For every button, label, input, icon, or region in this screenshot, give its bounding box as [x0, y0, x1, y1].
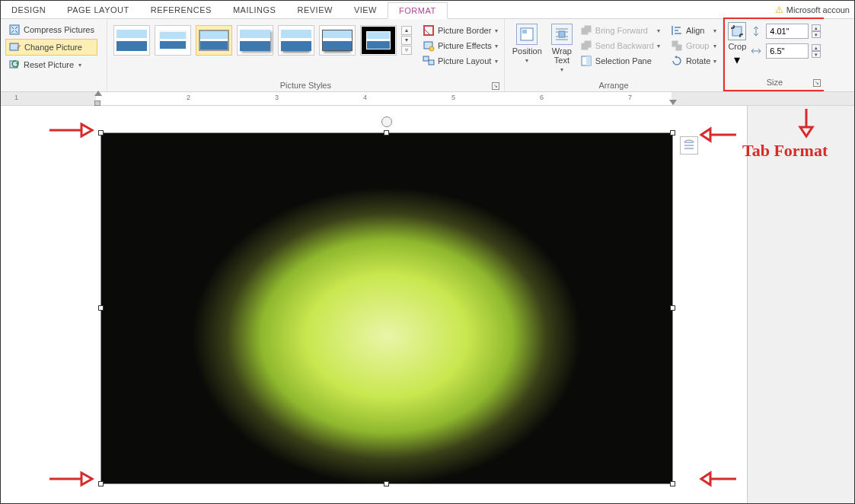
wrap-text-icon [551, 24, 573, 45]
gallery-up-button[interactable]: ▴ [401, 26, 412, 35]
horizontal-ruler[interactable]: 1 2 3 4 5 6 7 [1, 92, 854, 106]
group-label-size: Size [767, 78, 783, 87]
style-thumb-4[interactable] [237, 25, 273, 56]
resize-handle-ml[interactable] [98, 305, 104, 311]
document-area: Tab Format [1, 106, 854, 503]
selection-pane-icon [580, 55, 592, 67]
svg-rect-16 [586, 56, 591, 65]
dropdown-icon: ▾ [525, 57, 528, 64]
svg-rect-0 [10, 25, 19, 34]
crop-icon [728, 22, 746, 40]
rotate-handle[interactable] [381, 116, 392, 127]
group-icon [671, 40, 683, 52]
svg-rect-9 [522, 30, 527, 33]
dropdown-icon: ▾ [78, 62, 81, 69]
width-input[interactable] [766, 43, 809, 59]
group-button[interactable]: Group▾ [669, 39, 718, 53]
dropdown-icon: ▾ [560, 66, 563, 73]
reset-picture-button[interactable]: Reset Picture ▾ [5, 57, 97, 72]
svg-rect-12 [585, 26, 591, 32]
indent-top-marker[interactable] [94, 91, 102, 96]
bring-forward-button[interactable]: Bring Forward▾ [579, 24, 662, 37]
dropdown-icon: ▾ [495, 27, 498, 34]
group-size: Crop ▾ ▴▾ ▴▾ Size↘ [723, 18, 824, 91]
height-field-row: ▴▾ [749, 24, 821, 39]
send-backward-button[interactable]: Send Backward▾ [579, 39, 662, 53]
ribbon: Compress Pictures Change Picture Reset P… [1, 19, 854, 92]
tab-mailings[interactable]: MAILINGS [222, 2, 287, 18]
picture-styles-gallery: ▴ ▾ ▿ [112, 22, 413, 59]
layout-options-button[interactable] [680, 136, 698, 155]
style-thumb-1[interactable] [113, 25, 150, 56]
size-launcher[interactable]: ↘ [813, 79, 821, 87]
tab-view[interactable]: VIEW [343, 2, 388, 18]
change-picture-button[interactable]: Change Picture [5, 39, 97, 56]
svg-rect-18 [676, 45, 681, 50]
picture-layout-button[interactable]: Picture Layout ▾ [421, 54, 499, 68]
height-input[interactable] [766, 24, 809, 39]
group-adjust: Compress Pictures Change Picture Reset P… [1, 19, 107, 91]
position-button[interactable]: Position ▾ [509, 22, 545, 65]
resize-handle-mr[interactable] [670, 305, 675, 311]
resize-handle-bm[interactable] [384, 481, 389, 486]
dropdown-icon: ▾ [734, 53, 740, 67]
crop-button[interactable]: Crop ▾ [728, 22, 746, 67]
send-backward-icon [580, 40, 592, 52]
resize-handle-tm[interactable] [384, 130, 389, 136]
svg-rect-7 [429, 60, 434, 65]
account-label: Microsoft accoun [786, 5, 850, 14]
group-picture-styles: ▴ ▾ ▿ Picture Border ▾ Picture Effects ▾ [107, 19, 505, 91]
width-field-row: ▴▾ [749, 43, 821, 59]
tab-design[interactable]: DESIGN [1, 2, 56, 18]
selected-picture[interactable] [100, 132, 673, 484]
rotate-icon [671, 55, 683, 67]
wrap-text-button[interactable]: Wrap Text ▾ [548, 22, 576, 75]
rotate-button[interactable]: Rotate▾ [669, 54, 718, 68]
resize-handle-bl[interactable] [98, 481, 104, 486]
annotation-label: Tab Format [742, 141, 828, 161]
height-icon [749, 24, 763, 38]
picture-styles-launcher[interactable]: ↘ [492, 82, 499, 90]
tab-format[interactable]: FORMAT [388, 2, 448, 19]
style-thumb-6[interactable] [319, 25, 356, 56]
bring-forward-icon [580, 24, 592, 37]
group-label-picture-styles: Picture Styles [280, 81, 331, 90]
resize-handle-tl[interactable] [98, 130, 104, 136]
picture-border-button[interactable]: Picture Border ▾ [421, 24, 499, 37]
tab-references[interactable]: REFERENCES [140, 2, 222, 18]
resize-handle-tr[interactable] [670, 130, 675, 136]
style-thumb-3[interactable] [196, 25, 232, 56]
width-down[interactable]: ▾ [812, 51, 821, 58]
width-up[interactable]: ▴ [812, 44, 821, 51]
align-button[interactable]: Align▾ [669, 24, 718, 37]
gallery-scroll: ▴ ▾ ▿ [401, 26, 412, 55]
picture-effects-button[interactable]: Picture Effects ▾ [421, 39, 499, 53]
style-thumb-5[interactable] [278, 25, 314, 56]
indent-right-marker[interactable] [669, 100, 677, 105]
svg-rect-1 [10, 43, 18, 50]
picture-effects-icon [423, 40, 435, 52]
align-icon [671, 24, 683, 37]
height-down[interactable]: ▾ [812, 31, 821, 38]
svg-rect-6 [423, 56, 429, 61]
gallery-down-button[interactable]: ▾ [401, 36, 412, 45]
ribbon-tabs: DESIGN PAGE LAYOUT REFERENCES MAILINGS R… [1, 1, 854, 19]
account-indicator[interactable]: ⚠ Microsoft accoun [775, 5, 854, 15]
style-thumb-2[interactable] [155, 25, 191, 56]
indent-bottom-marker[interactable] [94, 100, 100, 106]
tab-page-layout[interactable]: PAGE LAYOUT [56, 2, 140, 18]
reset-picture-icon [8, 59, 21, 71]
resize-handle-br[interactable] [670, 481, 675, 486]
picture-border-icon [423, 24, 435, 37]
style-thumb-7[interactable] [360, 25, 397, 56]
height-up[interactable]: ▴ [812, 24, 821, 31]
dropdown-icon: ▾ [495, 43, 498, 49]
svg-rect-14 [582, 43, 588, 49]
selection-pane-button[interactable]: Selection Pane [579, 54, 662, 68]
svg-rect-10 [559, 31, 565, 37]
group-arrange: Position ▾ Wrap Text ▾ Bring Forward▾ Se… [505, 19, 724, 91]
warning-icon: ⚠ [775, 5, 783, 15]
gallery-more-button[interactable]: ▿ [401, 46, 412, 55]
compress-pictures-button[interactable]: Compress Pictures [5, 22, 97, 37]
tab-review[interactable]: REVIEW [286, 2, 343, 18]
